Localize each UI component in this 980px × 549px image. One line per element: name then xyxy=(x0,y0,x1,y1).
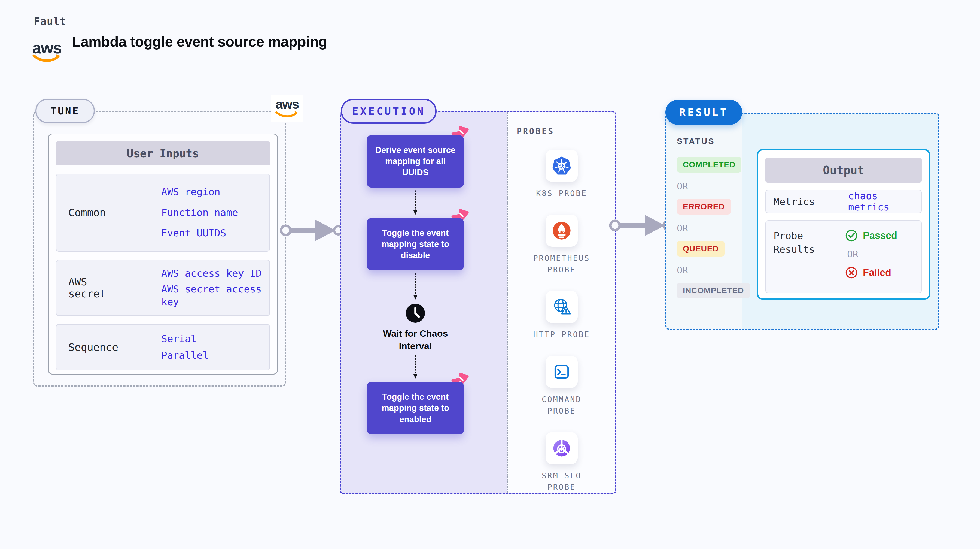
probe-label: SRM SLO PROBE xyxy=(530,470,594,493)
probe-card xyxy=(546,291,578,323)
or-label: OR xyxy=(847,249,897,260)
aws-secret-access-key-link[interactable]: AWS secret access key xyxy=(161,283,269,308)
flow-step-toggle-enable: Toggle the event mapping state to enable… xyxy=(367,382,464,434)
parallel-link[interactable]: Parallel xyxy=(161,349,208,362)
flow-step-label: Derive event source mapping for all UUID… xyxy=(375,145,456,177)
aws-logo: aws xyxy=(32,40,62,63)
fault-kicker: Fault xyxy=(34,15,66,27)
status-badge-completed: COMPLETED xyxy=(677,157,741,172)
passed-label: Passed xyxy=(863,230,897,241)
probes-panel: PROBES xyxy=(507,112,615,493)
row-links: Serial Parallel xyxy=(120,325,269,370)
probe-label: K8S PROBE xyxy=(536,188,587,199)
flow-arrow-icon xyxy=(413,190,418,216)
failed-result: Failed xyxy=(845,266,897,279)
tune-pill: TUNE xyxy=(35,99,95,123)
event-uuids-link[interactable]: Event UUIDS xyxy=(161,227,226,239)
output-header: Output xyxy=(765,158,922,183)
passed-result: Passed xyxy=(845,229,897,242)
section-arrow-icon xyxy=(280,218,343,243)
flow-step-label: Toggle the event mapping state to disabl… xyxy=(382,228,449,260)
chaos-step-icon xyxy=(449,125,470,144)
chaos-step-icon xyxy=(449,372,470,391)
table-row-common: Common AWS region Function name Event UU… xyxy=(56,174,270,252)
status-badge-errored: ERRORED xyxy=(677,199,731,214)
kubernetes-icon xyxy=(552,156,572,176)
flow-step-label: Toggle the event mapping state to enable… xyxy=(382,392,449,424)
row-label: AWS secret xyxy=(56,260,120,315)
probe-item-command: COMMAND PROBE xyxy=(530,356,594,417)
globe-warning-icon xyxy=(552,297,572,317)
or-label: OR xyxy=(677,181,688,192)
table-row-sequence: Sequence Serial Parallel xyxy=(56,324,270,370)
result-pill: RESULT xyxy=(665,100,742,125)
terminal-icon xyxy=(552,362,571,381)
row-label: Common xyxy=(56,174,120,251)
probe-card xyxy=(546,150,578,182)
probe-item-srm-slo: SRM SLO PROBE xyxy=(530,432,594,493)
slo-donut-check-icon xyxy=(552,438,571,458)
aws-access-key-id-link[interactable]: AWS access key ID xyxy=(161,267,261,280)
wait-step: Wait for Chaos Interval xyxy=(379,303,452,353)
probe-card xyxy=(546,356,578,388)
user-inputs-table: User Inputs Common AWS region Function n… xyxy=(48,134,278,375)
execution-flow: Derive event source mapping for all UUID… xyxy=(367,111,464,434)
page-title: Lambda toggle event source mapping xyxy=(72,33,327,50)
status-badge-queued: QUEUED xyxy=(677,241,724,257)
probe-results-label: Probe Results xyxy=(766,221,824,257)
chaos-step-icon xyxy=(449,208,470,227)
row-links: AWS access key ID AWS secret access key xyxy=(120,260,269,315)
probe-item-k8s: K8S PROBE xyxy=(536,150,587,199)
flow-arrow-icon xyxy=(413,272,418,301)
or-label: OR xyxy=(677,265,688,276)
flow-step-derive-mapping: Derive event source mapping for all UUID… xyxy=(367,135,464,188)
user-inputs-rows: Common AWS region Function name Event UU… xyxy=(56,174,270,370)
chaos-metrics-link[interactable]: chaos metrics xyxy=(848,190,921,212)
aws-logo: aws xyxy=(275,98,299,118)
probe-label: PROMETHEUS PROBE xyxy=(530,253,594,276)
probe-item-prometheus: PROMETHEUS PROBE xyxy=(530,214,594,276)
probe-results-values: Passed OR Failed xyxy=(845,221,897,279)
aws-smile-icon xyxy=(32,54,62,63)
function-name-link[interactable]: Function name xyxy=(161,206,238,219)
section-arrow-icon xyxy=(609,213,672,238)
wait-label: Wait for Chaos Interval xyxy=(379,327,452,353)
aws-corner-badge: aws xyxy=(271,95,303,121)
probe-item-http: HTTP PROBE xyxy=(533,291,590,340)
output-card: Output Metrics chaos metrics Probe Resul… xyxy=(757,149,930,300)
or-label: OR xyxy=(677,223,688,234)
flow-step-toggle-disable: Toggle the event mapping state to disabl… xyxy=(367,218,464,270)
row-links: AWS region Function name Event UUIDS xyxy=(120,174,269,251)
x-circle-icon xyxy=(845,266,858,279)
fault-diagram: Fault aws Lambda toggle event source map… xyxy=(0,0,980,549)
table-row-aws-secret: AWS secret AWS access key ID AWS secret … xyxy=(56,260,270,316)
aws-smile-icon xyxy=(275,111,299,118)
status-label: STATUS xyxy=(677,137,715,146)
probes-label: PROBES xyxy=(517,126,554,136)
metrics-row: Metrics chaos metrics xyxy=(765,190,922,213)
probe-card xyxy=(546,432,578,464)
status-badge-incompleted: INCOMPLETED xyxy=(677,282,750,298)
flow-arrow-icon xyxy=(413,355,418,380)
serial-link[interactable]: Serial xyxy=(161,333,197,345)
aws-region-link[interactable]: AWS region xyxy=(161,186,220,198)
status-column: STATUS COMPLETED OR ERRORED OR QUEUED OR… xyxy=(667,114,742,298)
probe-label: COMMAND PROBE xyxy=(530,394,594,417)
metrics-label: Metrics xyxy=(766,196,824,207)
row-label: Sequence xyxy=(56,325,120,370)
result-section: STATUS COMPLETED OR ERRORED OR QUEUED OR… xyxy=(665,113,939,330)
failed-label: Failed xyxy=(863,267,891,278)
probe-card xyxy=(546,214,578,247)
aws-logo-text: aws xyxy=(32,40,61,56)
execution-pill: EXECUTION xyxy=(341,99,437,124)
probe-results-row: Probe Results Passed OR xyxy=(765,220,922,293)
check-circle-icon xyxy=(845,229,858,242)
clock-icon xyxy=(405,303,426,324)
prometheus-icon xyxy=(552,221,571,241)
probe-label: HTTP PROBE xyxy=(533,329,590,340)
user-inputs-header: User Inputs xyxy=(56,142,270,166)
